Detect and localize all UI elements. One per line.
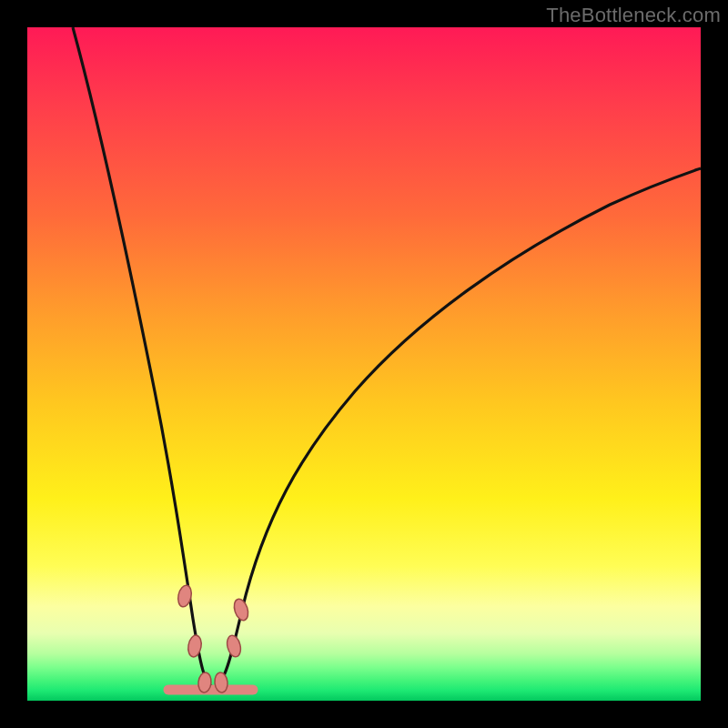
watermark-text: TheBottleneck.com xyxy=(546,4,721,27)
bottleneck-curve-svg xyxy=(27,27,701,701)
plot-area xyxy=(27,27,701,701)
bottleneck-curve-path xyxy=(73,27,701,687)
marker-left-2 xyxy=(187,634,203,658)
marker-left-3 xyxy=(197,672,212,693)
marker-right-1 xyxy=(232,597,251,622)
marker-right-3 xyxy=(214,672,228,693)
curve-markers xyxy=(177,584,251,693)
marker-right-2 xyxy=(225,634,242,659)
marker-left-1 xyxy=(177,584,194,608)
